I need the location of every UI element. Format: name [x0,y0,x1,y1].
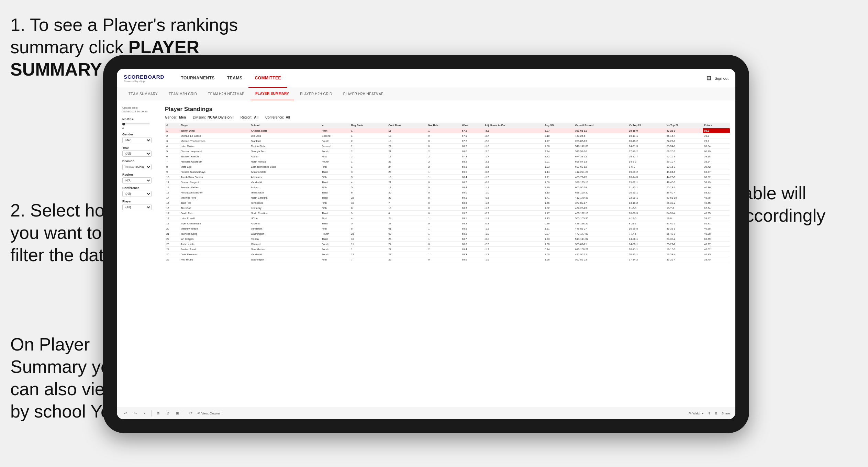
table-title: Player Standings [165,106,730,113]
sub-nav: TEAM SUMMARY TEAM H2H GRID TEAM H2H HEAT… [117,88,735,100]
table-row[interactable]: 14Maxwell FordNorth CarolinaThird2233069… [165,195,730,200]
region-select[interactable]: N/A [122,177,152,184]
nav-items: TOURNAMENTS TEAMS COMMITTEE [175,69,706,88]
division-select[interactable]: NCAA Division I [122,164,152,170]
subnav-team-summary[interactable]: TEAM SUMMARY [124,88,163,100]
table-row[interactable]: 9Preston SummerhaysArizona StateThird324… [165,169,730,175]
subnav-team-h2h-grid[interactable]: TEAM H2H GRID [164,88,202,100]
table-row[interactable]: 4Luke ClatonFlorida StateSecond122068.2-… [165,144,730,149]
toolbar-right: 👁 Watch ▾ ⬆ ⊞ Share [689,412,730,415]
toolbar-divider-2 [184,410,184,416]
nav-committee[interactable]: COMMITTEE [248,69,287,88]
col-adj[interactable]: Adj. Score to Par [483,123,543,128]
table-row[interactable]: 23Jack LundinMissouriFourth1124068.6-2.3… [165,242,730,247]
tablet-screen: SCOREBOARD Powered by clippi TOURNAMENTS… [117,69,735,419]
grid-view-icon[interactable]: ⊞ [715,412,717,415]
tablet: SCOREBOARD Powered by clippi TOURNAMENTS… [103,55,749,433]
table-row[interactable]: 10Jacob Skov OlesenArkansasFifth310168.4… [165,175,730,180]
toolbar-divider-1 [151,410,152,416]
table-row[interactable]: 3Michael ThorbjornsenStanfordFourth21806… [165,138,730,144]
filters-row: Gender: Men Division: NCAA Division I Re… [165,115,730,119]
year-select[interactable]: (All) [122,151,152,157]
table-row[interactable]: 25Cole SherwoodVanderbiltFourth1223168.3… [165,252,730,257]
filter-group-conference: Conference: All [265,115,290,119]
nav-tournaments[interactable]: TOURNAMENTS [175,69,221,88]
export-icon[interactable]: ⬆ [708,412,711,415]
back-icon[interactable]: ‹ [142,410,148,416]
table-row[interactable]: 22Ian GilliganFloridaThird1024168.7-0.81… [165,236,730,242]
nav-bar: SCOREBOARD Powered by clippi TOURNAMENTS… [117,69,735,88]
redo-icon[interactable]: ↪ [132,410,138,416]
table-row[interactable]: 2Michael Le SassoOle MissSecond118067.1-… [165,133,730,138]
col-school[interactable]: School [249,123,320,128]
col-rds[interactable]: No. Rds. [427,123,460,128]
subnav-player-summary[interactable]: PLAYER SUMMARY [251,88,294,100]
filter-year: Year (All) [122,146,160,157]
filter-region: Region N/A [122,173,160,184]
copy-icon[interactable]: ⧉ [155,410,161,416]
table-row[interactable]: 24Bastien AmatNew MexicoFourth127269.4-1… [165,247,730,252]
subnav-team-h2h-heatmap[interactable]: TEAM H2H HEATMAP [203,88,249,100]
table-row[interactable]: 15Jake HallTennesseeFifth187068.5-1.51.6… [165,200,730,205]
filter-gender: Gender Men [122,133,160,143]
paste-icon[interactable]: ⊕ [165,410,171,416]
conference-select[interactable]: (All) [122,191,152,197]
table-row[interactable]: 6Jackson KoivunAuburnFirst217267.3-1.72.… [165,154,730,159]
watch-btn[interactable]: 👁 Watch ▾ [689,412,704,415]
col-yr[interactable]: Yr [320,123,349,128]
subnav-player-h2h-heatmap[interactable]: PLAYER H2H HEATMAP [338,88,388,100]
table-row[interactable]: 5Christo LamprechtGeorgia TechFourth2212… [165,149,730,154]
subnav-player-h2h-grid[interactable]: PLAYER H2H GRID [295,88,337,100]
table-row[interactable]: 26Petr HrubyWashingtonFifth725068.6-1.61… [165,257,730,262]
col-vs25[interactable]: Vs Top 25 [627,123,665,128]
table-row[interactable]: 20Matthew RiedelVanderbiltFifth861168.5-… [165,226,730,231]
table-row[interactable]: 16Alex GoffKentuckyFifth819068.3-1.71.92… [165,205,730,211]
gender-select[interactable]: Men [122,137,152,143]
update-time: Update time: 27/03/2024 16:56:26 [122,106,160,113]
col-wins[interactable]: Wins [460,123,483,128]
nav-teams[interactable]: TEAMS [221,69,249,88]
share-btn[interactable]: Share [722,412,730,415]
col-conf-rank[interactable]: Conf Rank [387,123,427,128]
table-row[interactable]: 13Phichakon MaichonTexas A&MThird630069.… [165,190,730,195]
logo: SCOREBOARD Powered by clippi [124,74,164,83]
refresh-icon[interactable]: ⟳ [188,410,194,416]
table-row[interactable]: 21Taehoon SongWashingtonFourth2369168.2-… [165,231,730,236]
grid-icon[interactable]: ⊞ [174,410,180,416]
player-standings-table: # Player School Yr Reg Rank Conf Rank No… [165,123,730,262]
table-row[interactable]: 7Nicholas GabrelcikNorth FloridaFourth12… [165,159,730,164]
filter-player: Player (All) [122,200,160,210]
col-record[interactable]: Overall Record [574,123,628,128]
filters-panel: Update time: 27/03/2024 16:56:26 No Rds.… [122,106,160,401]
undo-icon[interactable]: ↩ [122,410,129,416]
filter-no-rds: No Rds. 0 [122,118,160,130]
filter-division: Division NCAA Division I [122,159,160,170]
table-row[interactable]: 1Wenyi DingArizona StateFirst115167.1-3.… [165,128,730,133]
table-row[interactable]: 11Gordon SargentVanderbiltThird421068.7-… [165,180,730,185]
filter-group-region: Region: All [241,115,258,119]
main-content: Update time: 27/03/2024 16:56:26 No Rds.… [117,100,735,407]
table-row[interactable]: 12Brendan ValdesAuburnFifth517068.4-1.11… [165,185,730,190]
nav-right: 🔲 Sign out [706,76,728,80]
bottom-toolbar: ↩ ↪ ‹ ⧉ ⊕ ⊞ ⟳ 👁 View: Original 👁 Watch ▾… [117,407,735,419]
view-original-btn[interactable]: 👁 View: Original [197,412,220,415]
col-points[interactable]: Points [703,123,730,128]
filter-group-gender: Gender: Men [165,115,186,119]
rds-slider[interactable] [122,123,150,124]
filter-conference: Conference (All) [122,186,160,197]
col-player[interactable]: Player [179,123,249,128]
table-scroll[interactable]: # Player School Yr Reg Rank Conf Rank No… [165,123,730,401]
table-row[interactable]: 17David FordNorth CarolinaThird90069.2-0… [165,211,730,216]
col-reg-rank[interactable]: Reg Rank [350,123,387,128]
table-row[interactable]: 18Luke PowellUCLAFirst424169.1-1.81.1350… [165,216,730,221]
table-area: Player Standings Gender: Men Division: N… [165,106,730,401]
col-avg-sg[interactable]: Avg SG [543,123,574,128]
table-row[interactable]: 8Mats EgeEast Tennessee StateFifth124268… [165,164,730,169]
player-select[interactable]: (All) [122,204,152,210]
filter-group-division: Division: NCAA Division I [193,115,234,119]
col-rank[interactable]: # [165,123,179,128]
col-vs50[interactable]: Vs Top 50 [665,123,703,128]
table-row[interactable]: 19Tiger ChristensenArizonaThird523069.2-… [165,221,730,226]
